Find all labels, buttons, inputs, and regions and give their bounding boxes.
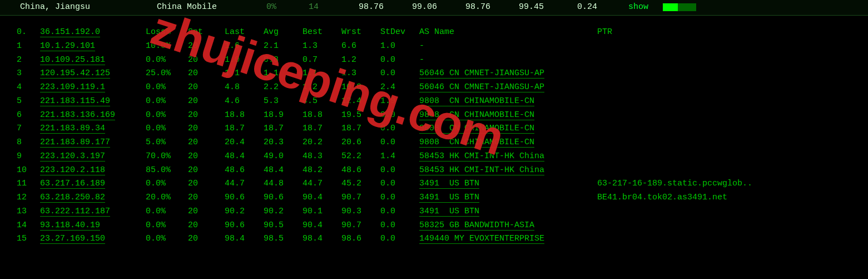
traceroute-table: 0. 36.151.192.0 Loss% Snt Last Avg Best … [0,16,868,252]
cell-hop: 3 [17,67,40,81]
cell-ptr [597,122,851,136]
cell-snt: 20 [188,150,225,164]
cell-ip[interactable]: 63.222.112.187 [40,205,146,219]
cell-asname[interactable]: 9808 CN CHINAMOBILE-CN [419,136,597,150]
cell-ip[interactable]: 63.218.250.82 [40,191,146,205]
cell-ptr [597,109,851,123]
table-row: 4223.109.119.10.0%204.82.21.210.82.45604… [17,81,851,95]
cell-asname[interactable]: 58453 HK CMI-INT-HK China [419,164,597,178]
table-row: 1363.222.112.1870.0%2090.290.290.190.30.… [17,205,851,219]
header-count: 14 [292,2,335,12]
cell-snt: 20 [188,232,225,246]
cell-asname[interactable]: 9808 CN CHINAMOBILE-CN [419,109,597,123]
cell-wrst: 90.7 [341,191,380,205]
cell-wrst: 45.2 [341,177,380,191]
cell-asname[interactable]: 3491 US BTN [419,177,597,191]
cell-loss: 0.0% [146,109,188,123]
cell-best: 1.2 [302,81,341,95]
cell-ptr [597,150,851,164]
cell-avg: 2.1 [264,40,302,53]
cell-asname[interactable]: 3491 US BTN [419,191,597,205]
cell-best: 90.1 [302,205,341,219]
cell-asname[interactable]: 149440 MY EVOXTENTERPRISE [419,232,597,246]
table-row: 1163.217.16.1890.0%2044.744.844.745.20.0… [17,177,851,191]
probe-location: China, Jiangsu [16,2,152,12]
cell-snt: 20 [188,164,225,178]
cell-loss: 0.0% [146,122,188,136]
cell-last: 1.0 [225,53,264,67]
cell-hop: 4 [17,81,40,95]
table-row: 6221.183.136.1690.0%2018.818.918.819.50.… [17,109,851,123]
cell-best: 48.3 [302,150,341,164]
cell-asname[interactable]: 56046 CN CMNET-JIANGSU-AP [419,81,597,95]
show-link[interactable]: show [624,2,653,12]
cell-asname[interactable]: 56046 CN CMNET-JIANGSU-AP [419,67,597,81]
cell-snt: 20 [188,53,225,67]
cell-stdv: 0.0 [380,232,419,246]
cell-asname[interactable]: 58325 GB BANDWIDTH-ASIA [419,219,597,233]
cell-ip[interactable]: 120.195.42.125 [40,67,146,81]
cell-asname[interactable]: 9808 CN CHINAMOBILE-CN [419,95,597,109]
cell-wrst: 6.6 [341,40,380,53]
cell-stdv: 0.0 [380,53,419,67]
cell-avg: 48.4 [264,164,302,178]
cell-best: 0.7 [302,53,341,67]
cell-best: 44.7 [302,177,341,191]
cell-ptr: 63-217-16-189.static.pccwglob.. [597,177,851,191]
cell-best: 1.3 [302,40,341,53]
latency-bar-icon [663,3,696,11]
isp-name: China Mobile [152,2,250,12]
cell-wrst: 90.7 [341,219,380,233]
cell-ip[interactable]: 221.183.89.34 [40,122,146,136]
cell-wrst: 12.4 [341,95,380,109]
cell-hop: 5 [17,95,40,109]
cell-ip[interactable]: 221.183.89.177 [40,136,146,150]
cell-ip[interactable]: 221.183.115.49 [40,95,146,109]
cell-best: 98.4 [302,232,341,246]
cell-hop: 8 [17,136,40,150]
col-wrst: Wrst [341,26,380,40]
header-metric-5: 0.24 [548,2,602,12]
cell-ptr: BE41.br04.tok02.as3491.net [597,191,851,205]
cell-snt: 20 [188,67,225,81]
table-row: 8221.183.89.1775.0%2020.420.320.220.60.0… [17,136,851,150]
cell-ip[interactable]: 221.183.136.169 [40,109,146,123]
col-hop: 0. [17,26,40,40]
cell-ptr [597,232,851,246]
cell-loss: 0.0% [146,95,188,109]
cell-avg: 18.7 [264,122,302,136]
cell-ptr [597,205,851,219]
cell-avg: 90.2 [264,205,302,219]
cell-avg: 0.8 [264,53,302,67]
cell-ip[interactable]: 223.109.119.1 [40,81,146,95]
col-snt: Snt [188,26,225,40]
cell-asname[interactable]: 58453 HK CMI-INT-HK China [419,150,597,164]
cell-loss: 20.0% [146,191,188,205]
cell-best: 1.1 [302,67,341,81]
cell-ip[interactable]: 223.120.2.118 [40,164,146,178]
cell-ip[interactable]: 10.109.25.181 [40,53,146,67]
cell-stdv: 0.0 [380,191,419,205]
cell-ip[interactable]: 93.118.40.19 [40,219,146,233]
cell-asname[interactable]: 9808 CN CHINAMOBILE-CN [419,122,597,136]
cell-snt: 20 [188,81,225,95]
cell-hop: 7 [17,122,40,136]
column-headers: 0. 36.151.192.0 Loss% Snt Last Avg Best … [17,26,851,40]
cell-hop: 6 [17,109,40,123]
cell-snt: 20 [188,191,225,205]
cell-ptr [597,81,851,95]
cell-loss: 0.0% [146,232,188,246]
cell-last: 1.6 [225,40,264,53]
cell-avg: 49.0 [264,150,302,164]
cell-best: 90.4 [302,191,341,205]
cell-loss: 0.0% [146,205,188,219]
cell-ip[interactable]: 10.1.29.101 [40,40,146,53]
table-row: 110.1.29.10110.0%201.62.11.36.61.0- [17,40,851,53]
cell-ip[interactable]: 23.27.169.150 [40,232,146,246]
col-stdev: StDev [380,26,419,40]
cell-asname[interactable]: 3491 US BTN [419,205,597,219]
cell-stdv: 2.4 [380,81,419,95]
cell-ip[interactable]: 223.120.3.197 [40,150,146,164]
cell-ip[interactable]: 63.217.16.189 [40,177,146,191]
cell-avg: 44.8 [264,177,302,191]
